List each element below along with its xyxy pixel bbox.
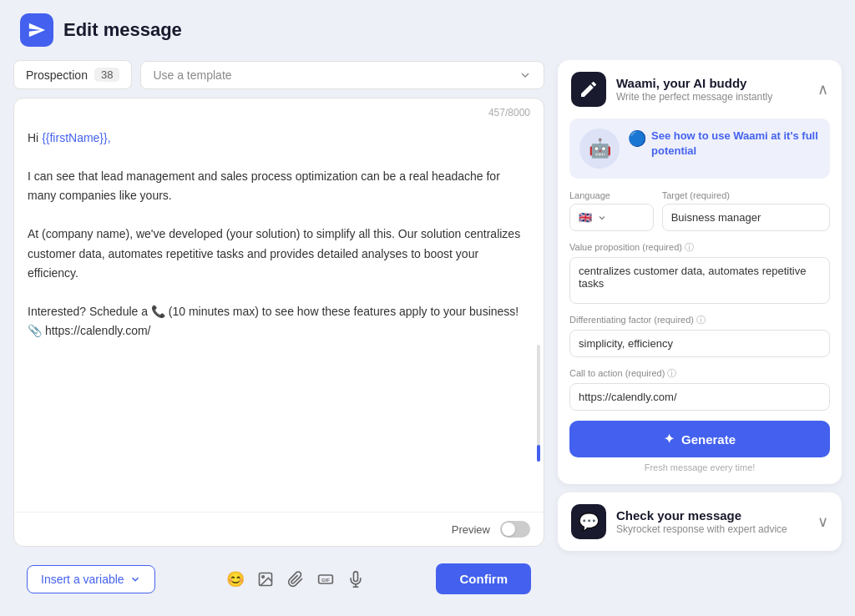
editor-icons: 😊 GIF [226,570,365,588]
promo-text: See how to use Waami at it's full potent… [651,129,820,159]
body-paragraph-1: I can see that lead management and sales… [28,167,530,205]
insert-variable-button[interactable]: Insert a variable [27,565,155,593]
body-paragraph-2: At (company name), we've developed (your… [28,225,530,282]
app-icon [20,13,53,47]
value-prop-info-icon[interactable]: ⓘ [685,242,694,252]
editor-body[interactable]: Hi {{firstName}}, I can see that lead ma… [14,122,544,512]
insert-variable-label: Insert a variable [41,573,124,586]
cta-label: Call to action (required) ⓘ [569,367,830,380]
collapse-button[interactable]: ∧ [817,80,828,98]
language-label: Language [569,190,654,200]
category-badge: Prospection 38 [13,60,132,89]
waami-card-header: Waami, your AI buddy Write the perfect m… [558,60,842,119]
generate-note: Fresh message every time! [569,462,830,472]
lang-target-row: Language 🇬🇧 Target (required) [569,190,830,231]
svg-point-1 [262,575,265,578]
scrollbar[interactable] [537,345,540,462]
send-icon [28,21,46,39]
emoji-icon[interactable]: 😊 [226,570,245,588]
toggle-thumb [502,523,515,536]
template-placeholder: Use a template [153,68,231,82]
ai-form: Language 🇬🇧 Target (required) [558,190,842,484]
value-prop-group: Value proposition (required) ⓘ centraliz… [569,241,830,304]
waami-title: Waami, your AI buddy [616,76,772,90]
waami-ai-card: Waami, your AI buddy Write the perfect m… [558,60,842,484]
pen-icon [579,79,599,99]
chevron-down-icon [519,68,532,82]
chevron-down-icon [129,573,141,585]
lang-chevron-icon [597,213,607,223]
attachment-icon[interactable] [286,570,305,588]
svg-text:GIF: GIF [321,578,330,583]
message-editor: 457/8000 Hi {{firstName}}, I can see tha… [13,98,544,547]
audio-icon[interactable] [347,570,365,588]
generate-button[interactable]: ✦ Generate [569,421,830,457]
target-label: Target (required) [662,190,830,200]
check-message-card: 💬 Check your message Skyrocket response … [558,492,842,551]
diff-factor-label: Differentiating factor (required) ⓘ [569,314,830,326]
sparkle-icon: ✦ [664,432,675,447]
bottom-bar: Insert a variable 😊 [13,555,544,603]
cta-input[interactable] [569,383,830,411]
char-counter: 457/8000 [14,98,544,122]
waami-bot-icon: 🤖 [579,129,620,169]
editor-footer: Preview [14,512,544,546]
preview-toggle[interactable] [500,521,530,538]
check-card-header: 💬 Check your message Skyrocket response … [558,492,842,551]
page-title: Edit message [63,19,182,41]
category-label: Prospection [26,68,88,82]
check-icon: 💬 [571,504,606,539]
preview-label: Preview [452,523,490,536]
left-panel: Prospection 38 Use a template 457/8000 H… [13,60,544,603]
check-subtitle: Skyrocket response with expert advice [616,523,787,535]
diff-factor-info-icon[interactable]: ⓘ [696,315,706,325]
info-icon: 🔵 [628,129,646,148]
body-paragraph-3: Interested? Schedule a 📞 (10 minutes max… [28,302,530,341]
diff-factor-group: Differentiating factor (required) ⓘ [569,314,830,357]
template-dropdown[interactable]: Use a template [140,61,544,89]
target-group: Target (required) [662,190,830,231]
generate-label: Generate [681,432,736,447]
greeting-text: Hi [28,131,42,144]
category-count: 38 [94,68,119,82]
right-panel: Waami, your AI buddy Write the perfect m… [558,60,842,603]
flag-icon: 🇬🇧 [579,211,592,224]
confirm-button[interactable]: Confirm [436,563,531,594]
value-prop-label: Value proposition (required) ⓘ [569,241,830,254]
cta-group: Call to action (required) ⓘ [569,367,830,411]
gif-icon[interactable]: GIF [316,570,335,588]
check-collapse-button[interactable]: ∨ [817,512,828,531]
language-select[interactable]: 🇬🇧 [569,204,654,231]
language-group: Language 🇬🇧 [569,190,654,231]
value-prop-input[interactable]: centralizes customer data, automates rep… [569,257,830,304]
waami-promo-banner[interactable]: 🤖 🔵 See how to use Waami at it's full po… [569,119,830,179]
image-icon[interactable] [256,570,275,588]
scrollbar-thumb [537,445,540,462]
diff-factor-input[interactable] [569,330,830,357]
main-layout: Prospection 38 Use a template 457/8000 H… [0,60,855,616]
firstname-variable: {{firstName}}, [42,131,111,144]
target-input[interactable] [662,204,830,231]
waami-subtitle: Write the perfect message instantly [616,91,772,103]
waami-icon [571,72,606,107]
cta-info-icon[interactable]: ⓘ [667,368,676,378]
toolbar-row: Prospection 38 Use a template [13,60,544,89]
page-header: Edit message [0,0,855,60]
check-title: Check your message [616,508,787,523]
